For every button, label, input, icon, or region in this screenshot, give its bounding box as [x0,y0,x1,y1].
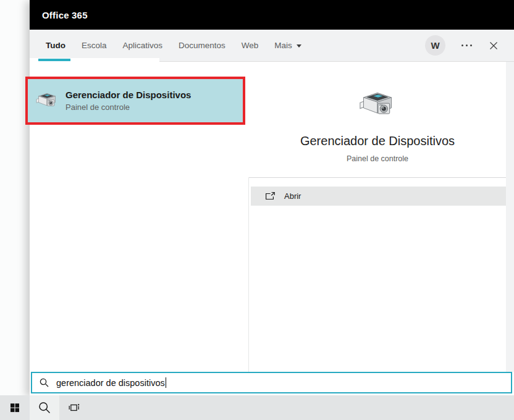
app-title: Office 365 [42,10,88,20]
flyout-titlebar: Office 365 [30,0,514,30]
search-tabbar: Tudo Escola Aplicativos Documentos Web M… [30,30,514,62]
preview-subtitle: Painel de controle [347,154,408,163]
windows-logo-icon [10,403,20,413]
taskbar [0,395,514,420]
taskbar-search-button[interactable] [30,395,59,420]
results-list: Gerenciador de Dispositivos Painel de co… [30,62,248,372]
search-input[interactable]: gerenciador de dispositivos [31,372,512,393]
start-button[interactable] [0,395,30,420]
result-item-device-manager[interactable]: Gerenciador de Dispositivos Painel de co… [28,79,243,122]
task-view-button[interactable] [59,395,89,420]
preview-pane: Gerenciador de Dispositivos Painel de co… [249,62,514,372]
tab-aplicativos[interactable]: Aplicativos [115,30,171,61]
red-annotation-box: Gerenciador de Dispositivos Painel de co… [25,77,245,125]
tab-mais[interactable]: Mais [266,30,310,61]
preview-title: Gerenciador de Dispositivos [300,134,455,148]
search-results-area: Gerenciador de Dispositivos Painel de co… [30,62,514,372]
open-external-icon [265,191,276,201]
chevron-down-icon [297,44,301,48]
search-icon [38,401,51,414]
tabbar-controls: W [425,35,499,56]
search-flyout-panel: Office 365 Tudo Escola Aplicativos Docum… [30,0,514,395]
text-cursor [166,377,166,388]
tab-label: Documentos [179,41,225,50]
more-options-icon[interactable] [460,42,473,49]
close-icon[interactable] [488,40,499,51]
action-open-label: Abrir [284,191,301,201]
result-text: Gerenciador de Dispositivos Painel de co… [65,90,191,112]
action-open[interactable]: Abrir [251,187,506,206]
preview-hero: Gerenciador de Dispositivos Painel de co… [249,86,506,163]
device-manager-icon [36,90,58,112]
result-subtitle: Painel de controle [65,103,191,112]
device-manager-icon-large [358,86,397,124]
avatar-initial: W [431,40,439,51]
tab-label: Aplicativos [123,41,163,50]
tab-label: Escola [82,41,107,50]
search-input-value: gerenciador de dispositivos [56,378,165,388]
result-title: Gerenciador de Dispositivos [65,90,191,100]
tab-label: Tudo [46,41,65,50]
search-icon [39,377,49,388]
tab-escola[interactable]: Escola [74,30,115,61]
scrollbar-track[interactable] [506,62,514,372]
tab-label: Mais [274,41,292,50]
tab-web[interactable]: Web [234,30,267,61]
tab-tudo[interactable]: Tudo [38,30,74,61]
account-avatar[interactable]: W [425,35,445,56]
tab-documentos[interactable]: Documentos [171,30,234,61]
actions-divider [249,177,506,178]
desktop-background [0,0,30,395]
tab-label: Web [242,41,259,50]
task-view-icon [68,401,80,414]
